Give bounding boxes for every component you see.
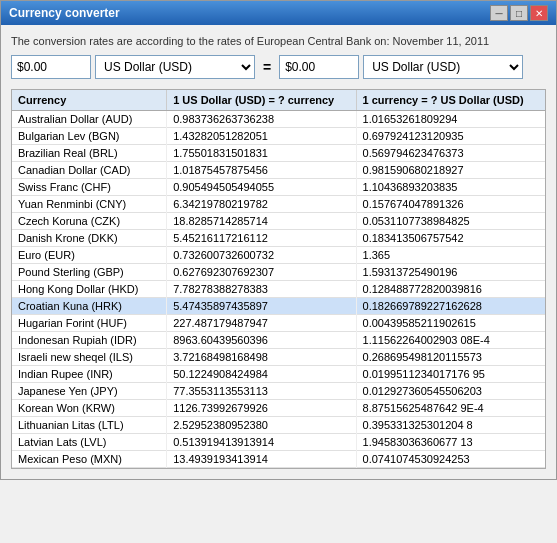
currency-name: Malaysian Ringgit (MYR)	[12, 468, 167, 470]
table-row[interactable]: Czech Koruna (CZK)18.82857142857140.0531…	[12, 213, 545, 230]
rate-to: 5.47435897435897	[167, 298, 356, 315]
rate-to: 3.14791208791208	[167, 468, 356, 470]
rate-to: 0.513919413913914	[167, 434, 356, 451]
currency-select-2[interactable]: US Dollar (USD)	[363, 55, 523, 79]
minimize-button[interactable]: ─	[490, 5, 508, 21]
table-row[interactable]: Euro (EUR)0.7326007326007321.365	[12, 247, 545, 264]
currency-name: Mexican Peso (MXN)	[12, 451, 167, 468]
rate-to: 1.75501831501831	[167, 145, 356, 162]
currency-name: Indonesan Rupiah (IDR)	[12, 332, 167, 349]
rate-to: 13.4939193413914	[167, 451, 356, 468]
table-row[interactable]: Latvian Lats (LVL)0.5139194139139141.945…	[12, 434, 545, 451]
amount-input-2[interactable]	[279, 55, 359, 79]
rate-from: 0.128488772820039816	[356, 281, 545, 298]
rate-to: 3.72168498168498	[167, 349, 356, 366]
table-row[interactable]: Pound Sterling (GBP)0.6276923076923071.5…	[12, 264, 545, 281]
title-bar: Currency converter ─ □ ✕	[1, 1, 556, 25]
currency-table-container[interactable]: Currency 1 US Dollar (USD) = ? currency …	[11, 89, 546, 469]
rate-to: 0.732600732600732	[167, 247, 356, 264]
table-row[interactable]: Canadian Dollar (CAD)1.018754578754560.9…	[12, 162, 545, 179]
rate-to: 8963.60439560396	[167, 332, 356, 349]
rate-from: 0.981590680218927	[356, 162, 545, 179]
currency-name: Pound Sterling (GBP)	[12, 264, 167, 281]
currency-name: Yuan Renminbi (CNY)	[12, 196, 167, 213]
currency-name: Hugarian Forint (HUF)	[12, 315, 167, 332]
table-row[interactable]: Bulgarian Lev (BGN)1.432820512820510.697…	[12, 128, 545, 145]
table-row[interactable]: Japanese Yen (JPY)77.35531135531130.0129…	[12, 383, 545, 400]
table-row[interactable]: Mexican Peso (MXN)13.49391934139140.0741…	[12, 451, 545, 468]
currency-select-1[interactable]: US Dollar (USD)	[95, 55, 255, 79]
rate-to: 2.52952380952380	[167, 417, 356, 434]
table-row[interactable]: Yuan Renminbi (CNY)6.342197802197820.157…	[12, 196, 545, 213]
table-row[interactable]: Malaysian Ringgit (MYR)3.147912087912080…	[12, 468, 545, 470]
rate-from: 1.11562264002903 08E-4	[356, 332, 545, 349]
table-row[interactable]: Hugarian Forint (HUF)227.4871794879470.0…	[12, 315, 545, 332]
rate-from: 0.697924123120935	[356, 128, 545, 145]
converter-row: US Dollar (USD) = US Dollar (USD)	[11, 55, 546, 79]
rate-from: 0.157674047891326	[356, 196, 545, 213]
table-row[interactable]: Australian Dollar (AUD)0.983736263736238…	[12, 111, 545, 128]
table-row[interactable]: Indonesan Rupiah (IDR)8963.604395603961.…	[12, 332, 545, 349]
table-row[interactable]: Indian Rupee (INR)50.12249084249840.0199…	[12, 366, 545, 383]
rate-from: 0.0741074530924253	[356, 451, 545, 468]
table-row[interactable]: Hong Kong Dollar (HKD)7.782783882783830.…	[12, 281, 545, 298]
currency-name: Croatian Kuna (HRK)	[12, 298, 167, 315]
currency-name: Bulgarian Lev (BGN)	[12, 128, 167, 145]
currency-name: Hong Kong Dollar (HKD)	[12, 281, 167, 298]
rate-to: 227.487179487947	[167, 315, 356, 332]
header-rate-2: 1 currency = ? US Dollar (USD)	[356, 90, 545, 111]
currency-name: Euro (EUR)	[12, 247, 167, 264]
main-window: Currency converter ─ □ ✕ The conversion …	[0, 0, 557, 480]
rate-from: 0.317670879005749 9	[356, 468, 545, 470]
rate-to: 6.34219780219782	[167, 196, 356, 213]
maximize-button[interactable]: □	[510, 5, 528, 21]
currency-name: Lithuanian Litas (LTL)	[12, 417, 167, 434]
currency-name: Australian Dollar (AUD)	[12, 111, 167, 128]
window-controls: ─ □ ✕	[490, 5, 548, 21]
rate-to: 1.43282051282051	[167, 128, 356, 145]
rate-to: 1.01875457875456	[167, 162, 356, 179]
close-button[interactable]: ✕	[530, 5, 548, 21]
header-currency: Currency	[12, 90, 167, 111]
currency-name: Latvian Lats (LVL)	[12, 434, 167, 451]
table-row[interactable]: Swiss Franc (CHF)0.9054945054940551.1043…	[12, 179, 545, 196]
currency-name: Brazilian Real (BRL)	[12, 145, 167, 162]
currency-name: Israeli new sheqel (ILS)	[12, 349, 167, 366]
rate-to: 77.3553113553113	[167, 383, 356, 400]
rate-to: 5.45216117216112	[167, 230, 356, 247]
rate-from: 0.0531107738984825	[356, 213, 545, 230]
rate-from: 0.182669789227162628	[356, 298, 545, 315]
rate-from: 1.01653261809294	[356, 111, 545, 128]
table-header-row: Currency 1 US Dollar (USD) = ? currency …	[12, 90, 545, 111]
rate-from: 0.012927360545506203	[356, 383, 545, 400]
rate-from: 0.183413506757542	[356, 230, 545, 247]
rate-to: 0.983736263736238	[167, 111, 356, 128]
currency-name: Canadian Dollar (CAD)	[12, 162, 167, 179]
rate-from: 0.268695498120115573	[356, 349, 545, 366]
currency-table-body: Australian Dollar (AUD)0.983736263736238…	[12, 111, 545, 470]
table-row[interactable]: Korean Won (KRW)1126.739926799268.875156…	[12, 400, 545, 417]
currency-name: Czech Koruna (CZK)	[12, 213, 167, 230]
info-text: The conversion rates are according to th…	[11, 35, 546, 47]
rate-from: 1.94583036360677 13	[356, 434, 545, 451]
table-row[interactable]: Lithuanian Litas (LTL)2.529523809523800.…	[12, 417, 545, 434]
window-title: Currency converter	[9, 6, 120, 20]
table-row[interactable]: Brazilian Real (BRL)1.755018315018310.56…	[12, 145, 545, 162]
content-area: The conversion rates are according to th…	[1, 25, 556, 479]
table-row[interactable]: Danish Krone (DKK)5.452161172161120.1834…	[12, 230, 545, 247]
rate-from: 1.365	[356, 247, 545, 264]
rate-from: 0.00439585211902615	[356, 315, 545, 332]
rate-to: 1126.73992679926	[167, 400, 356, 417]
currency-name: Indian Rupee (INR)	[12, 366, 167, 383]
currency-name: Danish Krone (DKK)	[12, 230, 167, 247]
rate-from: 1.59313725490196	[356, 264, 545, 281]
currency-table: Currency 1 US Dollar (USD) = ? currency …	[12, 90, 545, 469]
amount-input-1[interactable]	[11, 55, 91, 79]
table-row[interactable]: Israeli new sheqel (ILS)3.72168498168498…	[12, 349, 545, 366]
rate-to: 0.627692307692307	[167, 264, 356, 281]
currency-name: Swiss Franc (CHF)	[12, 179, 167, 196]
rate-to: 0.905494505494055	[167, 179, 356, 196]
table-row[interactable]: Croatian Kuna (HRK)5.474358974358970.182…	[12, 298, 545, 315]
rate-from: 1.10436893203835	[356, 179, 545, 196]
rate-from: 8.87515625487642 9E-4	[356, 400, 545, 417]
